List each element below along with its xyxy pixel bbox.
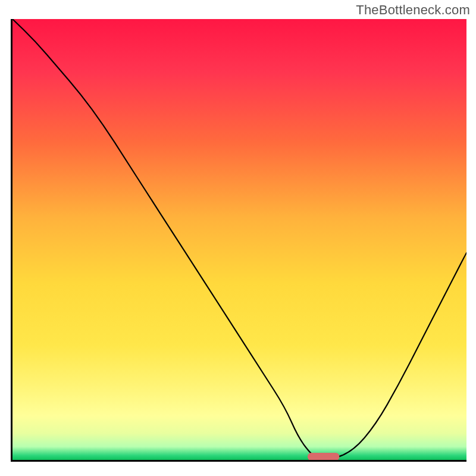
- gradient-background: [12, 19, 466, 460]
- bottleneck-plot: [11, 19, 466, 462]
- plot-svg: [12, 19, 466, 460]
- watermark-label: TheBottleneck.com: [356, 2, 470, 18]
- chart-frame: TheBottleneck.com: [0, 0, 476, 476]
- optimal-marker: [308, 453, 339, 460]
